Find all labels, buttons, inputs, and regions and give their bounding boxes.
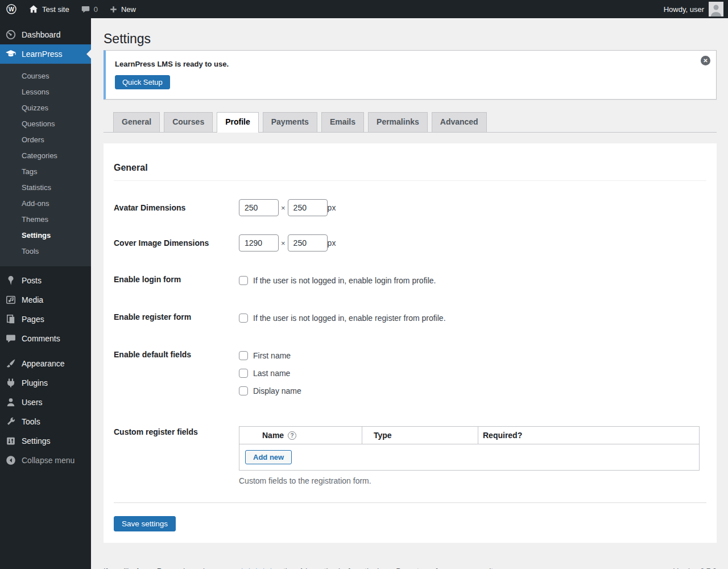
account-menu[interactable]: Howdy, user (659, 0, 728, 18)
sidebar-item-comments[interactable]: Comments (0, 329, 91, 348)
submenu-item-categories[interactable]: Categories (0, 148, 91, 164)
enable-register-desc: If the user is not logged in, enable reg… (253, 312, 446, 324)
collapse-menu-label: Collapse menu (22, 456, 75, 465)
column-header-required: Required? (478, 427, 700, 444)
submenu-item-orders[interactable]: Orders (0, 132, 91, 148)
display-name-option: Display name (253, 385, 301, 397)
column-header-name: Name ? (239, 427, 362, 444)
admin-sidebar: Dashboard LearnPress Courses Lessons Qui… (0, 18, 91, 569)
enable-login-row: Enable login form If the user is not log… (114, 272, 706, 287)
main-content: Settings LearnPress LMS is ready to use.… (91, 18, 728, 569)
tab-profile[interactable]: Profile (217, 112, 259, 133)
sidebar-item-label: Comments (22, 334, 60, 343)
sidebar-item-label: Tools (22, 417, 40, 426)
site-name: Test site (42, 5, 69, 14)
sidebar-item-label: LearnPress (22, 50, 63, 59)
sidebar-item-label: Posts (22, 276, 42, 285)
enable-login-label: Enable login form (114, 272, 239, 287)
save-settings-button[interactable]: Save settings (114, 516, 176, 531)
wordpress-logo-icon: W (6, 3, 17, 15)
plug-icon (5, 377, 16, 389)
dimensions-unit: px (328, 203, 336, 212)
save-row: Save settings (114, 502, 706, 531)
submenu-item-tools[interactable]: Tools (0, 244, 91, 259)
submenu-item-tags[interactable]: Tags (0, 164, 91, 180)
sidebar-item-label: Appearance (22, 359, 65, 368)
quick-setup-button[interactable]: Quick Setup (115, 75, 170, 89)
default-fields-label: Enable default fields (114, 347, 239, 403)
sidebar-item-label: Pages (22, 315, 44, 324)
sidebar-item-plugins[interactable]: Plugins (0, 373, 91, 393)
cover-dimensions-label: Cover Image Dimensions (114, 234, 239, 251)
first-name-checkbox[interactable] (239, 351, 248, 360)
cover-dimensions-row: Cover Image Dimensions × px (114, 234, 706, 251)
last-name-checkbox[interactable] (239, 369, 248, 378)
sidebar-item-appearance[interactable]: Appearance (0, 354, 91, 373)
submenu-item-settings[interactable]: Settings (0, 228, 91, 244)
howdy-text: Howdy, user (664, 5, 704, 14)
home-icon (28, 4, 39, 14)
site-link[interactable]: Test site (23, 0, 75, 18)
plus-icon (109, 5, 118, 14)
profile-settings-panel: General Avatar Dimensions × px Cover Ima… (104, 143, 717, 543)
dimensions-unit: px (328, 238, 336, 248)
submenu-item-questions[interactable]: Questions (0, 116, 91, 132)
sidebar-item-dashboard[interactable]: Dashboard (0, 25, 91, 44)
help-icon[interactable]: ? (288, 431, 296, 440)
enable-login-desc: If the user is not logged in, enable log… (253, 275, 436, 286)
collapse-menu-button[interactable]: Collapse menu (0, 451, 91, 470)
default-fields-row: Enable default fields First name Last na… (114, 347, 706, 403)
avatar-width-input[interactable] (239, 199, 279, 216)
tab-advanced[interactable]: Advanced (432, 112, 487, 132)
sidebar-item-posts[interactable]: Posts (0, 271, 91, 290)
wordpress-logo-button[interactable]: W (0, 0, 23, 18)
pages-icon (5, 314, 16, 325)
column-header-type: Type (362, 427, 478, 444)
page-title: Settings (104, 18, 717, 47)
sidebar-item-label: Media (22, 295, 43, 304)
enable-register-row: Enable register form If the user is not … (114, 310, 706, 324)
sidebar-item-label: Dashboard (22, 30, 61, 39)
custom-fields-row: Custom register fields Name ? Type (114, 426, 706, 485)
tab-general[interactable]: General (113, 112, 160, 132)
sidebar-item-settings[interactable]: Settings (0, 431, 91, 451)
custom-fields-description: Custom fields to the registration form. (239, 476, 706, 485)
settings-sliders-icon (5, 435, 16, 447)
tab-permalinks[interactable]: Permalinks (368, 112, 428, 132)
dashboard-icon (5, 29, 16, 40)
tab-emails[interactable]: Emails (321, 112, 364, 132)
add-new-field-button[interactable]: Add new (245, 450, 292, 464)
settings-tab-bar: General Courses Profile Payments Emails … (104, 113, 717, 133)
enable-register-checkbox[interactable] (239, 314, 248, 323)
comments-admin-bar-button[interactable]: 0 (75, 0, 104, 18)
tab-courses[interactable]: Courses (164, 112, 213, 132)
wrench-icon (5, 416, 16, 427)
admin-footer: If you like LearnPress please leave us a… (104, 567, 717, 569)
sidebar-item-pages[interactable]: Pages (0, 310, 91, 329)
new-button[interactable]: New (104, 0, 142, 18)
sidebar-item-tools[interactable]: Tools (0, 412, 91, 431)
sidebar-item-users[interactable]: Users (0, 393, 91, 412)
submenu-item-themes[interactable]: Themes (0, 212, 91, 228)
avatar (709, 2, 723, 17)
submenu-item-statistics[interactable]: Statistics (0, 180, 91, 196)
tab-payments[interactable]: Payments (263, 112, 317, 132)
cover-width-input[interactable] (239, 234, 279, 251)
submenu-item-courses[interactable]: Courses (0, 68, 91, 84)
cover-height-input[interactable] (288, 234, 328, 251)
submenu-item-addons[interactable]: Add-ons (0, 196, 91, 212)
dismiss-notice-icon[interactable]: ✕ (701, 56, 710, 65)
sidebar-item-media[interactable]: Media (0, 290, 91, 310)
avatar-height-input[interactable] (288, 199, 328, 216)
enable-login-checkbox[interactable] (239, 276, 248, 285)
five-star-rating-link[interactable]: ★★★★★ (239, 567, 275, 569)
graduation-cap-icon (5, 48, 16, 60)
sidebar-item-learnpress[interactable]: LearnPress (0, 44, 91, 64)
section-title-general: General (114, 163, 706, 181)
display-name-checkbox[interactable] (239, 386, 248, 395)
current-menu-arrow (86, 50, 91, 59)
footer-brand: LearnPress (137, 567, 177, 569)
submenu-item-quizzes[interactable]: Quizzes (0, 100, 91, 116)
submenu-item-lessons[interactable]: Lessons (0, 84, 91, 100)
sidebar-item-label: Plugins (22, 378, 48, 387)
